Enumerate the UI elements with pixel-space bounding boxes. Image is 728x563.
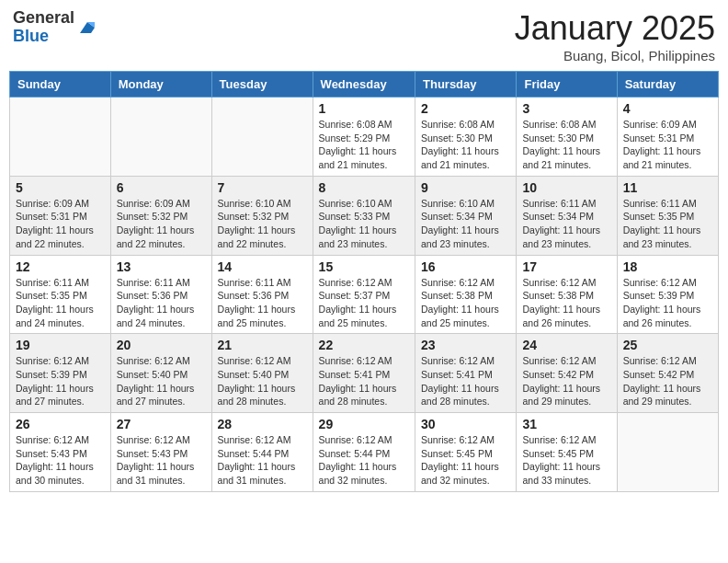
calendar-day-cell [211,98,313,177]
day-number: 23 [421,338,510,352]
calendar-day-cell: 19Sunrise: 6:12 AM Sunset: 5:39 PM Dayli… [10,334,111,413]
calendar-day-cell: 12Sunrise: 6:11 AM Sunset: 5:35 PM Dayli… [10,255,111,334]
day-info: Sunrise: 6:12 AM Sunset: 5:40 PM Dayligh… [117,354,206,408]
day-info: Sunrise: 6:12 AM Sunset: 5:39 PM Dayligh… [623,276,712,330]
day-info: Sunrise: 6:12 AM Sunset: 5:41 PM Dayligh… [421,354,510,408]
calendar-day-cell: 27Sunrise: 6:12 AM Sunset: 5:43 PM Dayli… [110,413,211,492]
calendar-day-cell [110,98,211,177]
day-of-week-header: Tuesday [211,72,313,98]
day-number: 1 [319,101,409,116]
day-info: Sunrise: 6:11 AM Sunset: 5:35 PM Dayligh… [16,276,105,330]
day-number: 17 [522,259,610,274]
calendar-day-cell: 4Sunrise: 6:09 AM Sunset: 5:31 PM Daylig… [617,98,718,177]
day-number: 27 [117,417,206,431]
logo-blue: Blue [13,28,74,46]
day-info: Sunrise: 6:11 AM Sunset: 5:36 PM Dayligh… [117,276,206,330]
calendar-day-cell: 30Sunrise: 6:12 AM Sunset: 5:45 PM Dayli… [415,413,517,492]
calendar-day-cell: 26Sunrise: 6:12 AM Sunset: 5:43 PM Dayli… [10,413,111,492]
logo-general: General [13,9,74,28]
day-info: Sunrise: 6:12 AM Sunset: 5:43 PM Dayligh… [117,433,206,488]
day-info: Sunrise: 6:12 AM Sunset: 5:45 PM Dayligh… [522,433,610,488]
calendar-header-row: SundayMondayTuesdayWednesdayThursdayFrid… [10,72,719,98]
day-number: 14 [218,259,307,274]
day-info: Sunrise: 6:09 AM Sunset: 5:32 PM Dayligh… [117,197,206,251]
day-info: Sunrise: 6:10 AM Sunset: 5:34 PM Dayligh… [421,197,510,251]
calendar-day-cell: 22Sunrise: 6:12 AM Sunset: 5:41 PM Dayli… [313,334,415,413]
day-number: 5 [16,180,105,195]
day-info: Sunrise: 6:12 AM Sunset: 5:42 PM Dayligh… [623,354,712,408]
calendar-day-cell: 18Sunrise: 6:12 AM Sunset: 5:39 PM Dayli… [617,255,718,334]
day-number: 21 [218,338,307,352]
day-info: Sunrise: 6:11 AM Sunset: 5:36 PM Dayligh… [218,276,307,330]
calendar-day-cell: 23Sunrise: 6:12 AM Sunset: 5:41 PM Dayli… [415,334,517,413]
day-number: 26 [16,417,105,431]
day-number: 28 [218,417,307,431]
day-info: Sunrise: 6:12 AM Sunset: 5:38 PM Dayligh… [421,276,510,330]
day-number: 2 [421,101,510,116]
day-number: 12 [16,259,105,274]
calendar-day-cell: 15Sunrise: 6:12 AM Sunset: 5:37 PM Dayli… [313,255,415,334]
calendar-day-cell: 3Sunrise: 6:08 AM Sunset: 5:30 PM Daylig… [517,98,617,177]
day-info: Sunrise: 6:08 AM Sunset: 5:30 PM Dayligh… [421,118,510,172]
calendar-day-cell: 25Sunrise: 6:12 AM Sunset: 5:42 PM Dayli… [617,334,718,413]
calendar-day-cell: 24Sunrise: 6:12 AM Sunset: 5:42 PM Dayli… [517,334,617,413]
location: Buang, Bicol, Philippines [515,48,715,63]
calendar-day-cell: 20Sunrise: 6:12 AM Sunset: 5:40 PM Dayli… [110,334,211,413]
calendar-day-cell: 31Sunrise: 6:12 AM Sunset: 5:45 PM Dayli… [517,413,617,492]
calendar-table: SundayMondayTuesdayWednesdayThursdayFrid… [9,71,719,492]
day-number: 15 [319,259,409,274]
day-number: 31 [522,417,610,431]
title-section: January 2025 Buang, Bicol, Philippines [515,9,715,63]
calendar-day-cell: 2Sunrise: 6:08 AM Sunset: 5:30 PM Daylig… [415,98,517,177]
day-info: Sunrise: 6:08 AM Sunset: 5:30 PM Dayligh… [522,118,610,172]
day-number: 11 [623,180,712,195]
day-info: Sunrise: 6:11 AM Sunset: 5:35 PM Dayligh… [623,197,712,251]
day-info: Sunrise: 6:12 AM Sunset: 5:45 PM Dayligh… [421,433,510,488]
calendar-day-cell: 10Sunrise: 6:11 AM Sunset: 5:34 PM Dayli… [517,176,617,255]
day-info: Sunrise: 6:11 AM Sunset: 5:34 PM Dayligh… [522,197,610,251]
day-of-week-header: Sunday [10,72,111,98]
day-number: 8 [319,180,409,195]
calendar-week-row: 26Sunrise: 6:12 AM Sunset: 5:43 PM Dayli… [10,413,719,492]
day-info: Sunrise: 6:12 AM Sunset: 5:43 PM Dayligh… [16,433,105,488]
calendar-day-cell: 9Sunrise: 6:10 AM Sunset: 5:34 PM Daylig… [415,176,517,255]
day-number: 24 [522,338,610,352]
day-number: 7 [218,180,307,195]
day-info: Sunrise: 6:12 AM Sunset: 5:40 PM Dayligh… [218,354,307,408]
calendar-day-cell: 11Sunrise: 6:11 AM Sunset: 5:35 PM Dayli… [617,176,718,255]
calendar-day-cell: 28Sunrise: 6:12 AM Sunset: 5:44 PM Dayli… [211,413,313,492]
day-info: Sunrise: 6:12 AM Sunset: 5:38 PM Dayligh… [522,276,610,330]
day-number: 19 [16,338,105,352]
day-info: Sunrise: 6:09 AM Sunset: 5:31 PM Dayligh… [623,118,712,172]
calendar-day-cell [617,413,718,492]
day-of-week-header: Monday [110,72,211,98]
calendar-day-cell: 14Sunrise: 6:11 AM Sunset: 5:36 PM Dayli… [211,255,313,334]
day-number: 22 [319,338,409,352]
day-info: Sunrise: 6:12 AM Sunset: 5:42 PM Dayligh… [522,354,610,408]
day-number: 9 [421,180,510,195]
day-number: 16 [421,259,510,274]
day-info: Sunrise: 6:09 AM Sunset: 5:31 PM Dayligh… [16,197,105,251]
day-of-week-header: Friday [517,72,617,98]
calendar-day-cell: 1Sunrise: 6:08 AM Sunset: 5:29 PM Daylig… [313,98,415,177]
page-header: General Blue January 2025 Buang, Bicol, … [9,9,719,63]
day-info: Sunrise: 6:12 AM Sunset: 5:44 PM Dayligh… [319,433,409,488]
calendar-day-cell: 5Sunrise: 6:09 AM Sunset: 5:31 PM Daylig… [10,176,111,255]
calendar-day-cell: 21Sunrise: 6:12 AM Sunset: 5:40 PM Dayli… [211,334,313,413]
calendar-day-cell: 17Sunrise: 6:12 AM Sunset: 5:38 PM Dayli… [517,255,617,334]
day-number: 29 [319,417,409,431]
calendar-week-row: 5Sunrise: 6:09 AM Sunset: 5:31 PM Daylig… [10,176,719,255]
calendar-week-row: 12Sunrise: 6:11 AM Sunset: 5:35 PM Dayli… [10,255,719,334]
day-number: 25 [623,338,712,352]
day-number: 10 [522,180,610,195]
day-number: 30 [421,417,510,431]
day-number: 20 [117,338,206,352]
day-number: 4 [623,101,712,116]
day-of-week-header: Thursday [415,72,517,98]
day-of-week-header: Wednesday [313,72,415,98]
logo-icon [76,17,98,39]
calendar-day-cell: 8Sunrise: 6:10 AM Sunset: 5:33 PM Daylig… [313,176,415,255]
calendar-day-cell: 13Sunrise: 6:11 AM Sunset: 5:36 PM Dayli… [110,255,211,334]
day-number: 6 [117,180,206,195]
calendar-week-row: 19Sunrise: 6:12 AM Sunset: 5:39 PM Dayli… [10,334,719,413]
